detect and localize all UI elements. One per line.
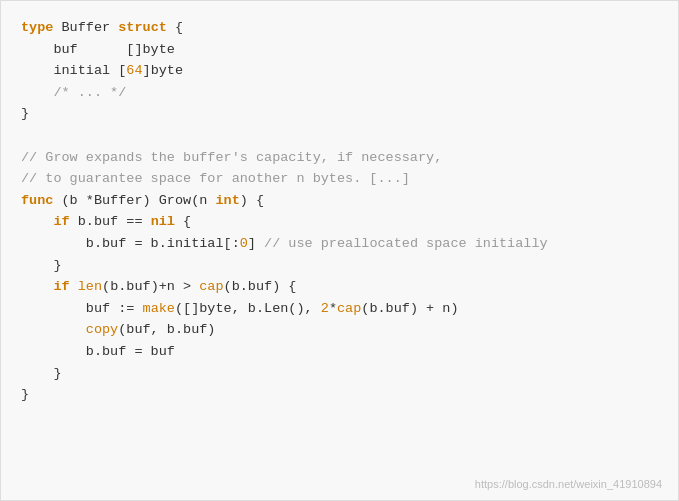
token-kw: if <box>53 279 69 294</box>
code-line: } <box>21 103 658 125</box>
token-number: 64 <box>126 63 142 78</box>
token-kw: if <box>53 214 69 229</box>
token-plain: buf := <box>21 301 143 316</box>
token-builtin: len <box>78 279 102 294</box>
token-kw: struct <box>118 20 167 35</box>
token-plain <box>70 279 78 294</box>
token-plain: (n <box>191 193 215 208</box>
code-line: type Buffer struct { <box>21 17 658 39</box>
token-plain: { <box>167 20 183 35</box>
token-plain: Buffer <box>62 20 119 35</box>
token-plain: Grow <box>159 193 191 208</box>
code-line: // to guarantee space for another n byte… <box>21 168 658 190</box>
token-plain: ) { <box>240 193 264 208</box>
token-plain: ([]byte, b.Len(), <box>175 301 321 316</box>
code-line <box>21 125 658 147</box>
token-builtin: copy <box>86 322 118 337</box>
token-plain: } <box>21 258 62 273</box>
code-block: type Buffer struct { buf []byte initial … <box>0 0 679 501</box>
code-line: func (b *Buffer) Grow(n int) { <box>21 190 658 212</box>
token-comment: // to guarantee space for another n byte… <box>21 171 410 186</box>
token-plain: (b *Buffer) <box>53 193 158 208</box>
token-plain <box>21 279 53 294</box>
code-line: // Grow expands the buffer's capacity, i… <box>21 147 658 169</box>
token-kw: func <box>21 193 53 208</box>
token-plain: b.buf = buf <box>21 344 175 359</box>
token-kw: type <box>21 20 62 35</box>
watermark: https://blog.csdn.net/weixin_41910894 <box>475 478 662 490</box>
code-line: initial [64]byte <box>21 60 658 82</box>
token-builtin: make <box>143 301 175 316</box>
token-plain: { <box>175 214 191 229</box>
token-builtin: cap <box>199 279 223 294</box>
token-plain: (b.buf) { <box>224 279 297 294</box>
token-plain: b.buf == <box>70 214 151 229</box>
code-line: /* ... */ <box>21 82 658 104</box>
token-plain: b.buf = b.initial[: <box>21 236 240 251</box>
token-plain: ]byte <box>143 63 184 78</box>
code-line: } <box>21 384 658 406</box>
token-plain: (buf, b.buf) <box>118 322 215 337</box>
code-line: if len(b.buf)+n > cap(b.buf) { <box>21 276 658 298</box>
token-plain: ] <box>248 236 264 251</box>
token-number: 2 <box>321 301 329 316</box>
token-plain: (b.buf)+n > <box>102 279 199 294</box>
token-plain <box>21 322 86 337</box>
code-line: } <box>21 255 658 277</box>
token-plain: } <box>21 366 62 381</box>
token-comment: /* ... */ <box>21 85 126 100</box>
token-comment: // use preallocated space initially <box>264 236 548 251</box>
token-plain: initial [ <box>21 63 126 78</box>
token-plain: } <box>21 387 29 402</box>
code-line: } <box>21 363 658 385</box>
code-line: buf []byte <box>21 39 658 61</box>
token-plain <box>21 214 53 229</box>
token-plain: (b.buf) + n) <box>361 301 458 316</box>
token-comment: // Grow expands the buffer's capacity, i… <box>21 150 442 165</box>
code-line: buf := make([]byte, b.Len(), 2*cap(b.buf… <box>21 298 658 320</box>
code-content: type Buffer struct { buf []byte initial … <box>21 17 658 406</box>
token-plain: } <box>21 106 29 121</box>
code-line: copy(buf, b.buf) <box>21 319 658 341</box>
code-line: if b.buf == nil { <box>21 211 658 233</box>
token-number: 0 <box>240 236 248 251</box>
token-builtin: cap <box>337 301 361 316</box>
token-kw: nil <box>151 214 175 229</box>
token-kw: int <box>215 193 239 208</box>
token-plain: buf []byte <box>21 42 175 57</box>
code-line: b.buf = buf <box>21 341 658 363</box>
token-plain: * <box>329 301 337 316</box>
code-line: b.buf = b.initial[:0] // use preallocate… <box>21 233 658 255</box>
